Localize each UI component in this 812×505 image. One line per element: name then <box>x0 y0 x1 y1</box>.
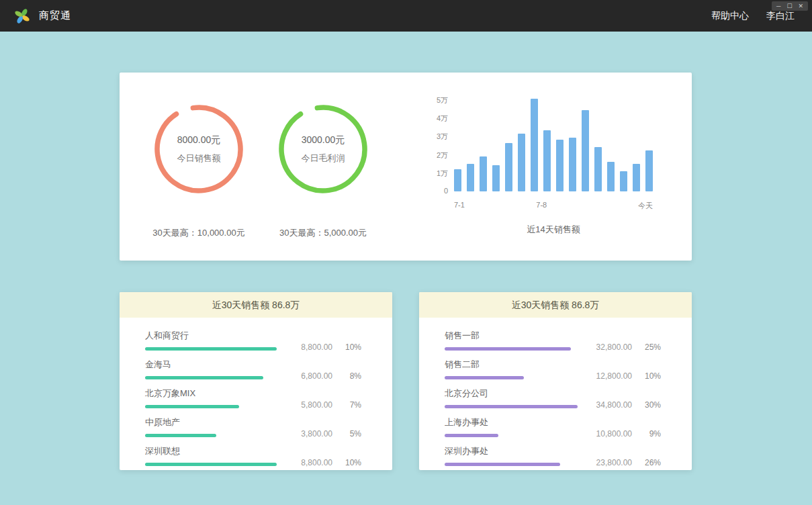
amount-value: 23,800.00 <box>592 458 632 467</box>
today-sales-donut: 8000.00元 今日销售额 30天最高：10,000.00元 <box>152 102 246 261</box>
today-sales-max-note: 30天最高：10,000.00元 <box>152 227 246 239</box>
donut-center-text: 3000.00元 今日毛利润 <box>276 102 370 196</box>
percent-value: 5% <box>343 429 361 439</box>
y-tick: 2万 <box>437 150 448 160</box>
close-button[interactable]: ✕ <box>798 2 803 10</box>
app-logo-icon <box>13 7 31 25</box>
today-profit-value: 3000.00元 <box>302 134 345 146</box>
titlebar: 商贸通 帮助中心 李白江 ─ ☐ ✕ <box>0 0 812 32</box>
list-item: 人和商贸行8,800.0010% <box>145 330 361 351</box>
donut-center-text: 8000.00元 今日销售额 <box>152 102 246 196</box>
overview-panel: 8000.00元 今日销售额 30天最高：10,000.00元 3000.00元… <box>120 73 692 261</box>
customer-sales-title: 近30天销售额 86.8万 <box>120 292 392 318</box>
entity-label: 金海马 <box>145 359 279 371</box>
amount-value: 12,800.00 <box>592 371 632 381</box>
minimize-button[interactable]: ─ <box>776 2 780 10</box>
department-sales-list: 销售一部32,800.0025%销售二部12,800.0010%北京分公司34,… <box>419 318 692 466</box>
ratio-bar <box>145 463 277 466</box>
sales-day-bar <box>620 171 627 191</box>
list-item: 中原地产3,800.005% <box>145 416 361 437</box>
maximize-button[interactable]: ☐ <box>786 2 792 10</box>
today-sales-value: 8000.00元 <box>177 134 221 146</box>
bottom-row: 近30天销售额 86.8万 人和商贸行8,800.0010%金海马6,800.0… <box>120 292 692 470</box>
sales-day-bar <box>594 147 602 191</box>
percent-value: 30% <box>642 400 661 410</box>
ratio-bar <box>445 434 498 437</box>
percent-value: 10% <box>642 371 661 381</box>
x-axis-labels: 7-1 7-8 今天 <box>454 201 653 210</box>
y-tick: 3万 <box>437 132 448 142</box>
sales-day-bar <box>569 138 576 191</box>
customer-sales-list: 人和商贸行8,800.0010%金海马6,800.008%北京万象MIX5,80… <box>120 318 392 466</box>
daily-sales-bars <box>454 99 653 191</box>
amount-value: 5,800.00 <box>292 400 332 410</box>
percent-value: 8% <box>343 371 361 381</box>
daily-sales-caption: 近14天销售额 <box>454 224 653 236</box>
ratio-bar <box>145 347 277 351</box>
percent-value: 7% <box>343 400 361 410</box>
y-tick: 1万 <box>437 169 448 179</box>
percent-value: 10% <box>343 458 361 467</box>
sales-day-bar <box>645 150 653 191</box>
today-profit-donut: 3000.00元 今日毛利润 30天最高：5,000.00元 <box>276 102 370 261</box>
ratio-bar <box>445 347 571 351</box>
percent-value: 10% <box>343 342 361 352</box>
amount-value: 32,800.00 <box>592 342 632 352</box>
percent-value: 26% <box>642 458 661 467</box>
percent-value: 9% <box>642 429 661 439</box>
x-tick: 7-8 <box>536 201 547 209</box>
ratio-bar <box>445 405 578 408</box>
sales-day-bar <box>556 140 563 191</box>
user-menu[interactable]: 李白江 <box>766 10 795 22</box>
list-item: 深圳联想8,800.0010% <box>145 445 361 466</box>
sales-day-bar <box>531 99 538 191</box>
sales-day-bar <box>467 164 474 191</box>
entity-label: 人和商贸行 <box>145 330 279 342</box>
customer-sales-panel: 近30天销售额 86.8万 人和商贸行8,800.0010%金海马6,800.0… <box>120 292 392 470</box>
entity-label: 深圳办事处 <box>445 445 579 457</box>
sales-day-bar <box>607 162 615 191</box>
amount-value: 6,800.00 <box>292 371 332 381</box>
x-tick: 7-1 <box>454 201 465 209</box>
entity-label: 北京分公司 <box>445 387 579 400</box>
sales-day-bar <box>492 165 500 191</box>
y-axis-labels: 5万 4万 3万 2万 1万 0 <box>429 95 448 195</box>
today-sales-label: 今日销售额 <box>177 152 221 165</box>
amount-value: 8,800.00 <box>292 458 332 467</box>
department-sales-panel: 近30天销售额 86.8万 销售一部32,800.0025%销售二部12,800… <box>419 292 692 470</box>
sales-day-bar <box>633 164 640 191</box>
dashboard: 8000.00元 今日销售额 30天最高：10,000.00元 3000.00元… <box>120 73 692 470</box>
list-item: 上海办事处10,800.009% <box>445 416 661 437</box>
amount-value: 34,800.00 <box>592 400 632 410</box>
today-profit-label: 今日毛利润 <box>302 152 345 165</box>
help-center-link[interactable]: 帮助中心 <box>711 10 749 22</box>
y-tick: 5万 <box>437 95 448 105</box>
ratio-bar <box>445 463 560 466</box>
y-tick: 0 <box>444 187 448 195</box>
entity-label: 上海办事处 <box>445 416 579 428</box>
sales-day-bar <box>454 169 461 191</box>
department-sales-title: 近30天销售额 86.8万 <box>419 292 692 318</box>
titlebar-right: 帮助中心 李白江 <box>711 10 795 22</box>
list-item: 北京万象MIX5,800.007% <box>145 387 361 408</box>
list-item: 销售一部32,800.0025% <box>445 330 661 351</box>
sales-day-bar <box>505 143 512 191</box>
sales-day-bar <box>480 156 487 191</box>
amount-value: 10,800.00 <box>592 429 632 439</box>
ratio-bar <box>145 376 263 379</box>
list-item: 金海马6,800.008% <box>145 359 361 379</box>
sales-day-bar <box>543 130 551 191</box>
daily-sales-chart: 5万 4万 3万 2万 1万 0 7-1 7-8 今天 近14天销售额 <box>429 95 653 261</box>
ratio-bar <box>145 405 239 408</box>
list-item: 销售二部12,800.0010% <box>445 359 661 379</box>
y-tick: 4万 <box>437 113 448 124</box>
sales-day-bar <box>582 110 589 191</box>
x-tick: 今天 <box>638 201 653 211</box>
entity-label: 中原地产 <box>145 416 279 428</box>
entity-label: 销售二部 <box>445 359 579 371</box>
amount-value: 8,800.00 <box>292 342 332 352</box>
amount-value: 3,800.00 <box>292 429 332 439</box>
ratio-bar <box>445 376 524 379</box>
entity-label: 深圳联想 <box>145 445 279 457</box>
percent-value: 25% <box>642 342 661 352</box>
